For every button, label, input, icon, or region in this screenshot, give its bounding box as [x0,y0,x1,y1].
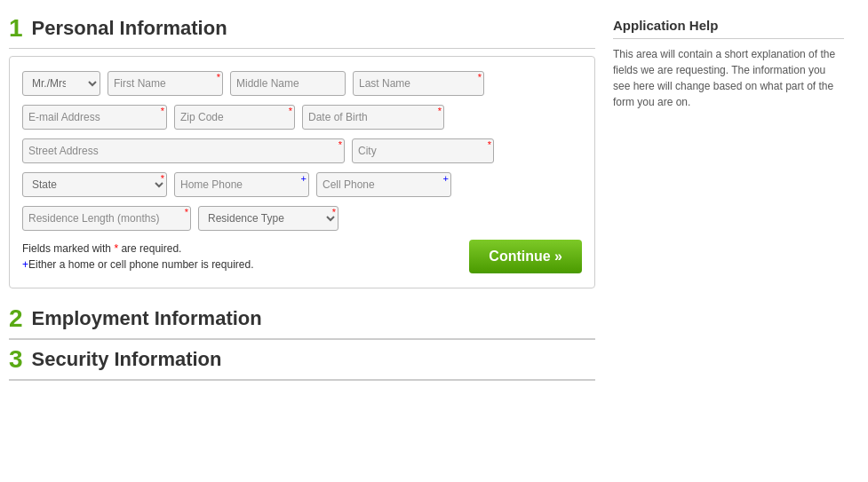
name-row: Mr./Mrs. * * [22,71,582,96]
residence-row: * Residence Type * [22,206,582,231]
street-city-row: * * [22,138,582,163]
email-input[interactable] [22,105,167,130]
email-zip-dob-row: * * * [22,105,582,130]
first-name-required: * [217,73,220,83]
home-phone-required: + [301,174,307,184]
state-select[interactable]: State [22,172,167,197]
street-wrap: * [22,138,345,163]
state-phone-row: State * + + [22,172,582,197]
residence-length-input[interactable] [22,206,191,231]
section-1-title: Personal Information [32,17,227,40]
section-personal: 1 Personal Information Mr./Mrs. * [9,9,595,288]
section-3-divider [9,380,595,381]
help-divider [613,38,844,39]
main-content: 1 Personal Information Mr./Mrs. * [9,9,595,381]
city-wrap: * [352,138,494,163]
cell-phone-required: + [443,174,449,184]
home-phone-wrap: + [174,172,309,197]
home-phone-input[interactable] [174,172,309,197]
cell-phone-input[interactable] [316,172,451,197]
dob-required: * [438,107,442,116]
sidebar: Application Help This area will contain … [613,9,844,381]
section-3-header: 3 Security Information [9,340,595,380]
dob-input[interactable] [302,105,444,130]
zip-input[interactable] [174,105,295,130]
salutation-select[interactable]: Mr./Mrs. [22,71,100,96]
personal-info-form: Mr./Mrs. * * [9,56,595,288]
city-required: * [488,140,491,150]
state-wrap: State * [22,172,167,197]
cell-phone-wrap: + [316,172,451,197]
zip-required: * [289,107,292,116]
salutation-wrap: Mr./Mrs. [22,71,100,96]
email-required: * [161,107,164,116]
residence-type-wrap: Residence Type * [198,206,338,231]
dob-wrap: * [302,105,444,130]
residence-type-required: * [332,208,336,217]
residence-type-select[interactable]: Residence Type [198,206,338,231]
first-name-input[interactable] [108,71,223,96]
zip-wrap: * [174,105,295,130]
plus-icon: + [22,258,28,271]
form-notes: Fields marked with * are required. +Eith… [22,241,254,273]
street-required: * [338,140,342,150]
last-name-required: * [478,73,482,83]
first-name-wrap: * [108,71,223,96]
last-name-wrap: * [353,71,484,96]
city-input[interactable] [352,138,494,163]
residence-length-wrap: * [22,206,191,231]
section-1-number: 1 [9,16,23,41]
section-security: 3 Security Information [9,340,595,380]
street-input[interactable] [22,138,345,163]
section-1-header: 1 Personal Information [9,9,595,49]
last-name-input[interactable] [353,71,484,96]
middle-name-input[interactable] [230,71,346,96]
section-2-title: Employment Information [32,307,262,330]
help-title: Application Help [613,18,844,33]
section-2-header: 2 Employment Information [9,299,595,339]
middle-name-wrap [230,71,346,96]
help-text: This area will contain a short explanati… [613,46,844,110]
phone-note: +Either a home or cell phone number is r… [22,257,254,273]
section-3-number: 3 [9,347,23,372]
continue-button[interactable]: Continue » [469,240,582,273]
section-3-title: Security Information [32,348,222,371]
notes-row: Fields marked with * are required. +Eith… [22,240,582,273]
required-note: Fields marked with * are required. [22,241,254,257]
state-required: * [161,174,164,184]
email-wrap: * [22,105,167,130]
section-employment: 2 Employment Information [9,299,595,339]
section-2-number: 2 [9,306,23,331]
residence-length-required: * [185,208,188,217]
